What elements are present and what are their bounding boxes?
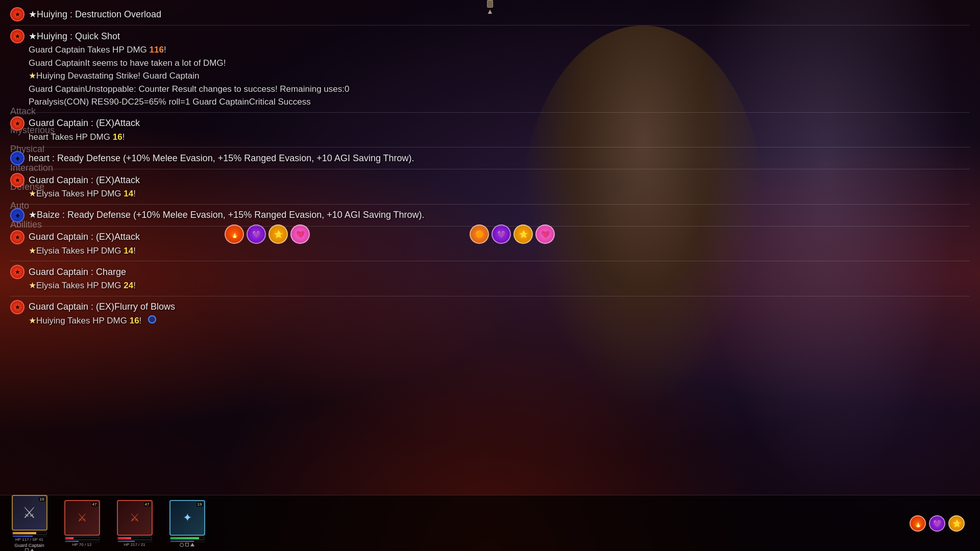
portrait-char4[interactable]: ✦ 19 <box>163 500 211 547</box>
char2-hp-text: HP 70 / 12 <box>72 542 92 547</box>
log-text-7: Guard Captain : (EX)Attack <box>29 230 140 244</box>
log-entry-8-header: ★ Guard Captain : Charge <box>10 265 970 279</box>
action-skill-1[interactable]: 🔥 <box>910 515 926 532</box>
log-icon-8: ★ <box>10 265 24 279</box>
guard-captain-shapes <box>25 548 34 552</box>
action-skill-3[interactable]: ⭐ <box>948 515 965 532</box>
log-entry-6-header: ◈ ★Baize : Ready Defense (+10% Melee Eva… <box>10 208 970 222</box>
portraits-row: ⚔ 19 HP 117 / SP 41 Guard Captain ⚔ 47 <box>0 495 980 552</box>
log-entry-7-header: ★ Guard Captain : (EX)Attack <box>10 230 970 244</box>
scroll-indicator[interactable]: ▲ <box>486 0 494 15</box>
log-icon-7: ★ <box>10 230 24 244</box>
log-sub-9-1: ★Huiying Takes HP DMG 16! <box>10 314 970 328</box>
log-entry-9-header: ★ Guard Captain : (EX)Flurry of Blows <box>10 300 970 314</box>
log-sub-7-1: ★Elysia Takes HP DMG 14! <box>10 244 970 258</box>
log-entry-8: ★ Guard Captain : Charge ★Elysia Takes H… <box>10 263 970 294</box>
log-icon-1: ★ <box>10 7 24 21</box>
char4-level: 19 <box>197 502 203 507</box>
log-icon-6: ◈ <box>10 208 24 222</box>
log-entry-9: ★ Guard Captain : (EX)Flurry of Blows ★H… <box>10 298 970 330</box>
log-icon-4: ◈ <box>10 151 24 165</box>
log-entry-2: ★ ★Huiying : Quick Shot Guard Captain Ta… <box>10 27 970 111</box>
guard-captain-hp-bar-container <box>12 532 47 535</box>
char3-hp-bar-container <box>117 537 152 540</box>
portrait-char3[interactable]: ⚔ 47 HP 217 / 21 <box>110 500 159 547</box>
char3-hp-bar <box>118 537 131 539</box>
log-entry-4-header: ◈ heart : Ready Defense (+10% Melee Evas… <box>10 151 970 165</box>
char3-hp-text: HP 217 / 21 <box>124 542 145 547</box>
dmg-14-elysia-1: 14 <box>124 189 133 198</box>
shape-triangle-1 <box>30 548 34 552</box>
scroll-track <box>487 0 493 8</box>
log-sub-2-3: ★Huiying Devastating Strike! Guard Capta… <box>10 69 970 83</box>
guard-captain-name: Guard Captain <box>14 543 44 548</box>
battle-ui-bar: ⚔ 19 HP 117 / SP 41 Guard Captain ⚔ 47 <box>0 495 980 551</box>
log-entry-4: ◈ heart : Ready Defense (+10% Melee Evas… <box>10 149 970 167</box>
shape-triangle-4 <box>190 543 194 546</box>
log-sub-2-5: Paralysis(CON) RES90-DC25=65% roll=1 Gua… <box>10 95 970 109</box>
char2-level: 47 <box>91 502 98 507</box>
dmg-16-huiying: 16 <box>130 316 139 325</box>
log-entry-7: ★ Guard Captain : (EX)Attack ★Elysia Tak… <box>10 228 970 260</box>
portrait-img-char4: ✦ 19 <box>169 500 205 536</box>
log-entry-3: ★ Guard Captain : (EX)Attack heart Takes… <box>10 114 970 146</box>
log-text-6: ★Baize : Ready Defense (+10% Melee Evasi… <box>29 208 425 222</box>
log-text-2: ★Huiying : Quick Shot <box>29 30 120 43</box>
log-entry-5-header: ★ Guard Captain : (EX)Attack <box>10 173 970 187</box>
log-text-5: Guard Captain : (EX)Attack <box>29 173 140 187</box>
log-entry-3-header: ★ Guard Captain : (EX)Attack <box>10 116 970 131</box>
guard-captain-hp-text: HP 117 / SP 41 <box>15 537 43 542</box>
log-text-8: Guard Captain : Charge <box>29 265 126 279</box>
dmg-24-elysia: 24 <box>124 281 133 290</box>
portrait-char2[interactable]: ⚔ 47 HP 70 / 12 <box>58 500 106 547</box>
shape-square-4 <box>185 543 189 546</box>
log-sub-2-2: Guard CaptainIt seems to have taken a lo… <box>10 57 970 70</box>
char2-hp-bar <box>65 537 74 539</box>
divider-2 <box>10 112 970 113</box>
action-skills-row: 🔥 💜 ⭐ <box>910 515 965 532</box>
dmg-116: 116 <box>150 45 164 55</box>
portrait-img-char3: ⚔ 47 <box>117 500 153 536</box>
log-sub-5-1: ★Elysia Takes HP DMG 14! <box>10 187 970 201</box>
log-entry-6: ◈ ★Baize : Ready Defense (+10% Melee Eva… <box>10 206 970 224</box>
log-icon-9: ★ <box>10 300 24 314</box>
log-sub-2-4: Guard CaptainUnstoppable: Counter Result… <box>10 83 970 96</box>
char4-hp-bar <box>170 537 199 539</box>
combat-log: ★ ★Huiying : Destruction Overload ★ ★Hui… <box>0 0 980 495</box>
char2-sp-bar <box>65 541 79 542</box>
log-sub-2-1: Guard Captain Takes HP DMG 116! <box>10 43 970 57</box>
guard-captain-level: 19 <box>39 497 45 502</box>
log-entry-2-header: ★ ★Huiying : Quick Shot <box>10 29 970 43</box>
divider-4 <box>10 169 970 169</box>
char2-hp-bar-container <box>65 537 100 540</box>
char4-shapes <box>180 543 194 547</box>
action-skill-2[interactable]: 💜 <box>929 515 945 532</box>
log-icon-5: ★ <box>10 173 24 187</box>
char3-level: 47 <box>144 502 151 507</box>
log-entry-5: ★ Guard Captain : (EX)Attack ★Elysia Tak… <box>10 171 970 203</box>
right-action-area: 🔥 💜 ⭐ <box>910 515 965 532</box>
char3-sp-bar <box>118 541 135 542</box>
dmg-14-elysia-2: 14 <box>124 246 133 256</box>
log-text-4: heart : Ready Defense (+10% Melee Evasio… <box>29 152 414 165</box>
log-text-9: Guard Captain : (EX)Flurry of Blows <box>29 300 175 314</box>
log-icon-3: ★ <box>10 116 24 131</box>
shape-circle-4 <box>180 543 184 547</box>
portrait-guard-captain[interactable]: ⚔ 19 HP 117 / SP 41 Guard Captain <box>5 495 54 552</box>
char4-hp-bar-container <box>170 537 205 540</box>
divider-6 <box>10 226 970 227</box>
divider-1 <box>10 25 970 26</box>
guard-captain-hp-bar <box>13 532 36 534</box>
log-icon-2: ★ <box>10 29 24 43</box>
divider-7 <box>10 261 970 261</box>
shape-square-1 <box>25 548 29 552</box>
char4-sp-bar-container <box>170 540 205 542</box>
divider-8 <box>10 296 970 296</box>
divider-3 <box>10 147 970 147</box>
portrait-img-char2: ⚔ 47 <box>64 500 100 536</box>
log-text-1: ★Huiying : Destruction Overload <box>29 8 161 21</box>
guard-captain-sp-bar <box>13 536 33 537</box>
portrait-img-guard-captain: ⚔ 19 <box>12 495 47 531</box>
scroll-up-icon[interactable]: ▲ <box>486 8 494 15</box>
log-text-3: Guard Captain : (EX)Attack <box>29 116 140 130</box>
